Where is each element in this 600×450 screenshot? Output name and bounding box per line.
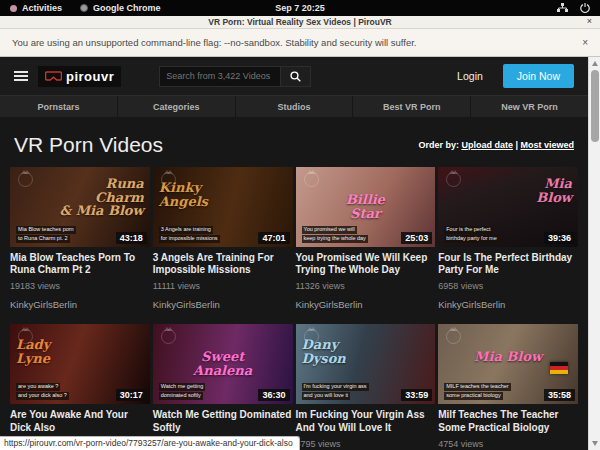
search-icon — [290, 71, 301, 82]
browser-titlebar: VR Porn: Virtual Reality Sex Videos | Pi… — [0, 16, 600, 29]
power-icon[interactable] — [580, 3, 590, 13]
order-upload-date-link[interactable]: Upload date — [461, 140, 513, 150]
studio-cat-logo-icon — [304, 172, 319, 187]
view-count: 6958 views — [438, 281, 578, 291]
status-url-bar: https://pirouvr.com/vr-porn-video/779325… — [0, 436, 300, 450]
thumbnail-caption: are you awake ? — [16, 383, 60, 391]
join-now-button[interactable]: Join Now — [503, 64, 574, 88]
site-logo[interactable]: pirouvr — [38, 66, 121, 87]
video-thumbnail[interactable]: Dany Dyson I'm fucking your virgin assan… — [296, 324, 436, 404]
browser-viewport: pirouvr Login Join Now Pornstars Categor… — [0, 57, 600, 450]
studio-link[interactable]: KinkyGirlsBerlin — [296, 299, 436, 310]
video-card[interactable]: Dany Dyson I'm fucking your virgin assan… — [296, 324, 436, 450]
app-indicator-google-chrome[interactable]: Google Chrome — [80, 3, 161, 13]
video-card[interactable]: Lady Lyne are you awake ?and your dick a… — [10, 324, 150, 450]
duration-badge: 30:17 — [116, 389, 147, 401]
order-most-viewed-link[interactable]: Most viewed — [520, 140, 574, 150]
studio-cat-logo-icon — [446, 329, 461, 344]
nav-item-best-vr[interactable]: Best VR Porn — [353, 96, 471, 117]
clock[interactable]: Sep 7 20:25 — [275, 3, 325, 13]
warning-close-icon[interactable]: × — [582, 37, 588, 48]
network-icon[interactable] — [557, 3, 568, 13]
video-thumbnail[interactable]: Runa Charm & Mia Blow Mia Blow teaches p… — [10, 167, 150, 247]
thumbnail-overlay-title: Dany Dyson — [302, 338, 430, 365]
view-count: 4754 views — [438, 439, 578, 449]
video-title[interactable]: Are You Awake And Your Dick Also — [10, 409, 150, 433]
warning-text: You are using an unsupported command-lin… — [12, 37, 417, 48]
video-card[interactable]: Billie Star You promised we willkeep try… — [296, 167, 436, 310]
view-count: 8795 views — [296, 439, 436, 449]
activities-button[interactable]: Activities — [10, 3, 62, 13]
thumbnail-overlay-title: Lady Lyne — [16, 338, 144, 365]
site-header: pirouvr Login Join Now — [0, 57, 588, 95]
thumbnail-caption: 3 Angels are training — [159, 226, 213, 234]
studio-link[interactable]: KinkyGirlsBerlin — [438, 299, 578, 310]
thumbnail-overlay-title: Mia Blow — [444, 177, 572, 204]
video-thumbnail[interactable]: Mia Blow MILF teaches the teachersome pr… — [438, 324, 578, 404]
thumbnail-caption: I'm fucking your virgin ass — [302, 383, 369, 391]
video-title[interactable]: Mia Blow Teaches Porn To Runa Charm Pt 2 — [10, 252, 150, 276]
duration-badge: 33:59 — [401, 389, 432, 401]
duration-badge: 35:58 — [544, 389, 575, 401]
german-flag-icon — [550, 362, 568, 374]
thumbnail-overlay-title: Billie Star — [302, 193, 430, 220]
app-indicator-label: Google Chrome — [93, 3, 161, 13]
video-card[interactable]: Mia Blow MILF teaches the teachersome pr… — [438, 324, 578, 450]
duration-badge: 25:03 — [401, 232, 432, 244]
nav-item-pornstars[interactable]: Pornstars — [0, 96, 118, 117]
page-title: VR Porn Videos — [14, 133, 163, 157]
thumbnail-caption: MILF teaches the teacher — [444, 383, 510, 391]
page-head: VR Porn Videos Order by: Upload date | M… — [0, 117, 588, 167]
thumbnail-caption: and your dick also ? — [16, 392, 69, 400]
nav-item-studios[interactable]: Studios — [236, 96, 354, 117]
site-logo-text: pirouvr — [66, 69, 114, 84]
video-thumbnail[interactable]: Sweet Analena Watch me gettingdominated … — [153, 324, 293, 404]
search-input[interactable] — [159, 66, 281, 87]
thumbnail-caption: for impossible missions — [159, 235, 220, 243]
video-title[interactable]: Im Fucking Your Virgin Ass And You Will … — [296, 409, 436, 433]
view-count: 11326 views — [296, 281, 436, 291]
chrome-icon — [80, 4, 88, 12]
order-by-label: Order by: — [418, 140, 459, 150]
video-thumbnail[interactable]: Billie Star You promised we willkeep try… — [296, 167, 436, 247]
search-bar — [159, 66, 311, 87]
video-thumbnail[interactable]: Mia Blow Four is the perfectbirthday par… — [438, 167, 578, 247]
video-title[interactable]: Milf Teaches The Teacher Some Practical … — [438, 409, 578, 433]
page-scrollbar[interactable] — [588, 57, 600, 450]
video-thumbnail[interactable]: Lady Lyne are you awake ?and your dick a… — [10, 324, 150, 404]
video-thumbnail[interactable]: Kinky Angels 3 Angels are trainingfor im… — [153, 167, 293, 247]
video-title[interactable]: You Promised We Will Keep Trying The Who… — [296, 252, 436, 276]
video-title[interactable]: Watch Me Getting Dominated Softly — [153, 409, 293, 433]
window-close-icon[interactable]: × — [587, 16, 592, 26]
scrollbar-thumb[interactable] — [591, 70, 599, 142]
duration-badge: 36:30 — [258, 389, 289, 401]
video-title[interactable]: Four Is The Perfect Birthday Party For M… — [438, 252, 578, 276]
login-link[interactable]: Login — [447, 70, 493, 82]
vr-goggles-icon — [45, 71, 62, 82]
thumbnail-caption: Watch me getting — [159, 383, 206, 391]
nav-item-new-vr[interactable]: New VR Porn — [471, 96, 588, 117]
search-button[interactable] — [281, 66, 311, 87]
studio-link[interactable]: KinkyGirlsBerlin — [10, 299, 150, 310]
video-card[interactable]: Kinky Angels 3 Angels are trainingfor im… — [153, 167, 293, 310]
duration-badge: 39:36 — [544, 232, 575, 244]
system-top-bar: Activities Google Chrome Sep 7 20:25 — [0, 0, 600, 16]
scroll-up-icon[interactable] — [592, 61, 598, 66]
duration-badge: 43:18 — [116, 232, 147, 244]
thumbnail-caption: to Runa Charm pt. 2 — [16, 235, 70, 243]
thumbnail-caption: and you will love it — [302, 392, 351, 400]
video-card[interactable]: Sweet Analena Watch me gettingdominated … — [153, 324, 293, 450]
video-card[interactable]: Mia Blow Four is the perfectbirthday par… — [438, 167, 578, 310]
nav-item-categories[interactable]: Categories — [118, 96, 236, 117]
studio-link[interactable]: KinkyGirlsBerlin — [153, 299, 293, 310]
menu-hamburger-icon[interactable] — [14, 69, 28, 83]
scroll-down-icon[interactable] — [592, 441, 598, 446]
studio-cat-logo-icon — [161, 329, 176, 344]
video-title[interactable]: 3 Angels Are Training For Impossible Mis… — [153, 252, 293, 276]
video-grid: Runa Charm & Mia Blow Mia Blow teaches p… — [0, 167, 588, 450]
main-nav: Pornstars Categories Studios Best VR Por… — [0, 95, 588, 117]
order-by: Order by: Upload date | Most viewed — [418, 140, 574, 150]
view-count: 19183 views — [10, 281, 150, 291]
video-card[interactable]: Runa Charm & Mia Blow Mia Blow teaches p… — [10, 167, 150, 310]
thumbnail-caption: birthday party for me — [444, 235, 498, 243]
